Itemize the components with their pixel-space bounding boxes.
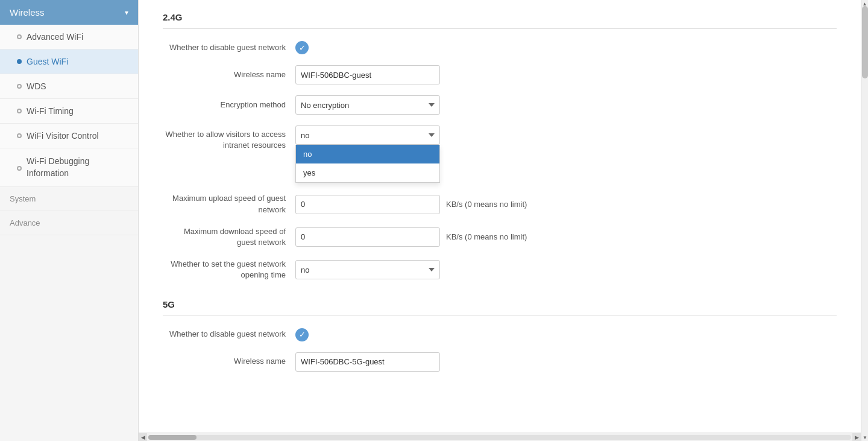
disable-guest-checkbox[interactable]: ✓ [295, 41, 309, 54]
sidebar-item-guest-wifi[interactable]: Guest WiFi [0, 49, 138, 74]
sidebar-wireless-header[interactable]: Wireless ▾ [0, 0, 138, 25]
encryption-select[interactable]: No encryption WPA2-PSK WPA-PSK [295, 95, 440, 115]
disable-guest-row: Whether to disable guest network ✓ [163, 41, 837, 54]
sidebar-dot-icon [17, 59, 22, 64]
sidebar-dot-icon [17, 34, 22, 39]
hscroll-thumb[interactable] [148, 435, 197, 440]
vertical-scrollbar[interactable]: ▲ ▼ [861, 0, 868, 441]
allow-visitors-dropdown-open: no yes [295, 145, 440, 183]
hscroll-left-arrow[interactable]: ◀ [139, 433, 147, 442]
sidebar-item-label: Wi-Fi Debugging Information [27, 156, 128, 179]
vscroll-thumb[interactable] [862, 6, 868, 78]
wireless-name-label: Wireless name [163, 69, 295, 80]
sidebar-item-label: WDS [27, 81, 46, 91]
dropdown-option-no[interactable]: no [296, 145, 439, 163]
allow-visitors-select[interactable]: no yes [295, 125, 440, 145]
main-content: 2.4G Whether to disable guest network ✓ … [139, 0, 861, 441]
sidebar: Wireless ▾ Advanced WiFi Guest WiFi WDS … [0, 0, 139, 441]
max-download-row: Maximum download speed of guest network … [163, 226, 837, 248]
opening-time-row: Whether to set the guest network opening… [163, 259, 837, 281]
section-divider: 5G [163, 299, 837, 316]
sidebar-item-label: WiFi Visitor Control [27, 131, 99, 141]
sidebar-system-label[interactable]: System [0, 187, 138, 211]
section-5g-header: 5G [163, 299, 837, 316]
disable-guest-5g-label: Whether to disable guest network [163, 329, 295, 340]
encryption-label: Encryption method [163, 100, 295, 110]
section-24g-header: 2.4G [163, 12, 837, 29]
wireless-name-5g-input[interactable] [295, 352, 440, 372]
opening-time-label: Whether to set the guest network opening… [163, 259, 295, 281]
sidebar-item-label: Wi-Fi Timing [27, 106, 74, 116]
max-download-suffix: KB/s (0 means no limit) [446, 232, 527, 241]
opening-time-select[interactable]: no yes [295, 260, 440, 279]
max-upload-input[interactable] [295, 195, 440, 214]
wireless-chevron-icon: ▾ [125, 8, 128, 17]
max-upload-suffix: KB/s (0 means no limit) [446, 200, 527, 209]
sidebar-dot-icon [17, 133, 22, 138]
hscroll-right-arrow[interactable]: ▶ [852, 433, 861, 442]
sidebar-dot-icon [17, 84, 22, 89]
allow-visitors-row: Whether to allow visitors to access intr… [163, 125, 837, 151]
max-upload-row: Maximum upload speed of guest network KB… [163, 193, 837, 215]
allow-visitors-dropdown-container: no yes no yes [295, 125, 440, 145]
sidebar-item-wifi-debugging[interactable]: Wi-Fi Debugging Information [0, 148, 138, 187]
encryption-method-row: Encryption method No encryption WPA2-PSK… [163, 95, 837, 115]
disable-guest-label: Whether to disable guest network [163, 42, 295, 53]
sidebar-item-wds[interactable]: WDS [0, 74, 138, 99]
vscroll-down-arrow[interactable]: ▼ [861, 434, 868, 441]
max-download-label: Maximum download speed of guest network [163, 226, 295, 248]
sidebar-dot-icon [17, 166, 22, 171]
sidebar-item-wifi-visitor-control[interactable]: WiFi Visitor Control [0, 124, 138, 148]
disable-guest-5g-row: Whether to disable guest network ✓ [163, 328, 837, 341]
vscroll-down-area: ▼ [861, 434, 868, 441]
allow-visitors-label: Whether to allow visitors to access intr… [163, 125, 295, 151]
wireless-name-5g-row: Wireless name [163, 352, 837, 372]
sidebar-item-advanced-wifi[interactable]: Advanced WiFi [0, 25, 138, 49]
checkmark-5g-icon: ✓ [299, 330, 306, 339]
sidebar-item-label: Advanced WiFi [27, 32, 83, 42]
wireless-name-5g-label: Wireless name [163, 356, 295, 367]
hscroll-track [148, 435, 851, 440]
dropdown-option-yes[interactable]: yes [296, 163, 439, 182]
dropdown-spacer [163, 151, 837, 193]
disable-guest-5g-checkbox[interactable]: ✓ [295, 328, 309, 341]
max-download-input[interactable] [295, 227, 440, 247]
sidebar-advance-label[interactable]: Advance [0, 211, 138, 235]
max-upload-label: Maximum upload speed of guest network [163, 193, 295, 215]
sidebar-item-label: Guest WiFi [27, 57, 68, 66]
sidebar-item-wifi-timing[interactable]: Wi-Fi Timing [0, 99, 138, 124]
sidebar-dot-icon [17, 109, 22, 113]
sidebar-wireless-label: Wireless [10, 7, 45, 17]
wireless-name-row: Wireless name [163, 65, 837, 84]
checkmark-icon: ✓ [299, 43, 306, 52]
wireless-name-input[interactable] [295, 65, 440, 84]
horizontal-scrollbar[interactable]: ◀ ▶ [139, 433, 861, 441]
